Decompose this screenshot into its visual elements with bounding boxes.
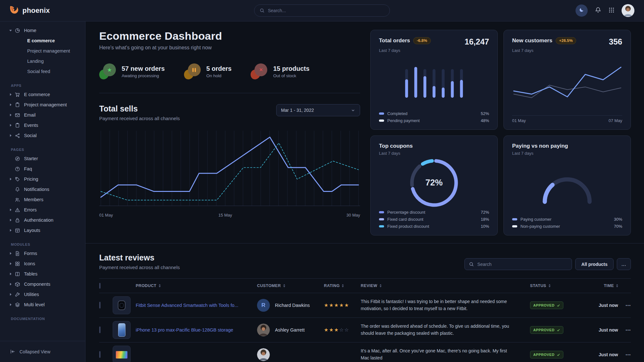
dashboard-left-column: Ecommerce Dashboard Here's what's going … [99, 30, 360, 235]
product-thumbnail-watch[interactable] [113, 296, 131, 314]
review-text: This Fitbit is fantastic! I was trying t… [361, 298, 530, 312]
sidebar-item-home[interactable]: Home [0, 25, 85, 36]
search-icon [469, 262, 474, 267]
page-title: Ecommerce Dashboard [99, 30, 360, 42]
select-all-checkbox[interactable] [99, 283, 101, 289]
sidebar-item-forms[interactable]: Forms [0, 248, 85, 259]
chevron-down-icon [351, 108, 355, 112]
sidebar-item-events[interactable]: Events [0, 120, 85, 130]
sidebar-item-social-feed[interactable]: Social feed [0, 66, 85, 77]
sidebar-item-project-management-dashboard[interactable]: Project management [0, 46, 85, 56]
sidebar-item-tables[interactable]: Tables [0, 269, 85, 279]
reviews-search[interactable] [464, 258, 572, 270]
legend-pending-payment: Pending payment 48% [379, 118, 489, 123]
global-search-input[interactable] [268, 8, 384, 13]
pause-badge-icon [184, 63, 201, 79]
caret-right-icon [10, 134, 12, 137]
lock-icon [15, 218, 20, 223]
legend-fixed-card-discount: Fixed card discount 18% [379, 217, 489, 222]
sidebar-item-pricing[interactable]: Pricing [0, 174, 85, 184]
product-thumbnail-laptop[interactable] [113, 346, 131, 362]
section-divider [85, 243, 644, 243]
sort-icon [616, 284, 618, 287]
main-content: Ecommerce Dashboard Here's what's going … [85, 21, 644, 362]
total-sells-x-axis: 01 May 15 May 30 May [99, 213, 360, 220]
sort-review[interactable]: REVIEW [361, 284, 530, 288]
product-link[interactable]: iPhone 13 pro max-Pacific Blue-128GB sto… [136, 327, 257, 333]
user-avatar[interactable] [622, 4, 634, 17]
date-range-select[interactable]: Mar 1 - 31, 2022 [276, 104, 360, 116]
sidebar-item-app-e-commerce[interactable]: E commerce [0, 89, 85, 100]
table-row: Fitbit Sense Advanced Smartwatch with To… [99, 293, 631, 318]
product-link[interactable]: Fitbit Sense Advanced Smartwatch with To… [136, 302, 257, 309]
legend-fixed-product-discount: Fixed product discount 10% [379, 224, 489, 229]
sidebar-item-email[interactable]: Email [0, 110, 85, 120]
reviews-table-header: PRODUCT CUSTOMER RATING REVIEW STATUS TI… [99, 278, 631, 293]
sidebar-item-notifications[interactable]: Notifications [0, 184, 85, 194]
layout-icon [15, 228, 20, 233]
sidebar-item-authentication[interactable]: Authentication [0, 215, 85, 225]
all-products-button[interactable]: All products [575, 258, 614, 270]
sort-rating[interactable]: RATING [324, 284, 361, 288]
sidebar: Home E commerce Project management Landi… [0, 21, 85, 362]
row-checkbox[interactable] [99, 302, 101, 309]
sidebar-item-errors[interactable]: Errors [0, 205, 85, 215]
apps-menu-button[interactable] [608, 7, 615, 14]
legend-percentage-discount: Percentage discount 72% [379, 210, 489, 215]
row-checkbox[interactable] [99, 326, 101, 333]
review-time: Just now [585, 327, 618, 333]
brand[interactable]: phoenix [10, 6, 50, 16]
sort-icon [380, 284, 382, 287]
sort-customer[interactable]: CUSTOMER [257, 284, 324, 288]
phoenix-logo-icon [10, 6, 19, 16]
paying-gauge-chart [512, 156, 622, 217]
row-checkbox[interactable] [99, 351, 101, 358]
sidebar-item-members[interactable]: Members [0, 194, 85, 205]
notifications-button[interactable] [595, 7, 601, 15]
sidebar-item-layouts[interactable]: Layouts [0, 225, 85, 235]
product-thumbnail-phone[interactable] [113, 321, 131, 339]
row-actions-button[interactable]: ⋯ [618, 302, 631, 309]
sidebar-item-app-project-management[interactable]: Project management [0, 100, 85, 110]
top-navbar: phoenix [0, 0, 644, 21]
sidebar-item-icons[interactable]: Icons [0, 259, 85, 269]
bell-icon [595, 7, 601, 15]
theme-toggle-button[interactable] [576, 4, 588, 17]
sidebar-item-starter[interactable]: Starter [0, 153, 85, 164]
caret-right-icon [10, 262, 12, 265]
sidebar-item-faq[interactable]: Faq [0, 164, 85, 174]
sidebar-item-multi-level[interactable]: Multi level [0, 300, 85, 310]
sort-product[interactable]: PRODUCT [136, 284, 257, 288]
global-search[interactable] [254, 4, 390, 17]
sidebar-item-e-commerce-dashboard[interactable]: E commerce [0, 36, 85, 46]
total-sells-title: Total sells [99, 104, 180, 113]
apps-grid-icon [608, 7, 615, 14]
sidebar-item-social[interactable]: Social [0, 130, 85, 141]
sidebar-item-landing[interactable]: Landing [0, 56, 85, 66]
collapse-sidebar-button[interactable]: Collapsed View [0, 341, 85, 362]
row-actions-button[interactable]: ⋯ [618, 327, 631, 333]
sort-status[interactable]: STATUS [530, 284, 585, 288]
avatar: R [257, 299, 270, 312]
navbar-actions [576, 4, 634, 17]
stat-out-of-stock: ✕ 15 products Out of stock [251, 63, 309, 79]
donut-center-label: 72% [425, 178, 443, 188]
row-actions-button[interactable]: ⋯ [618, 352, 631, 358]
caret-right-icon [10, 273, 12, 275]
sort-time[interactable]: TIME [585, 284, 618, 288]
trend-badge: +26.5% [556, 37, 576, 44]
question-circle-icon [15, 166, 20, 172]
check-icon [557, 353, 560, 357]
moon-icon [579, 7, 584, 14]
sidebar-item-components[interactable]: Components [0, 279, 85, 289]
more-options-button[interactable]: ... [617, 258, 631, 270]
card-new-customers: New customers +26.5% 356 Last 7 days [503, 30, 631, 130]
legend-completed: Completed 52% [379, 111, 489, 116]
caret-right-icon [10, 219, 12, 221]
page-subtitle: Here's what's going on at your business … [99, 45, 360, 51]
sidebar-item-utilities[interactable]: Utilities [0, 289, 85, 300]
caret-right-icon [10, 229, 12, 232]
latest-reviews-section: Latest reviews Payment received across a… [99, 253, 631, 362]
bell-icon [15, 187, 20, 192]
reviews-search-input[interactable] [477, 262, 568, 267]
